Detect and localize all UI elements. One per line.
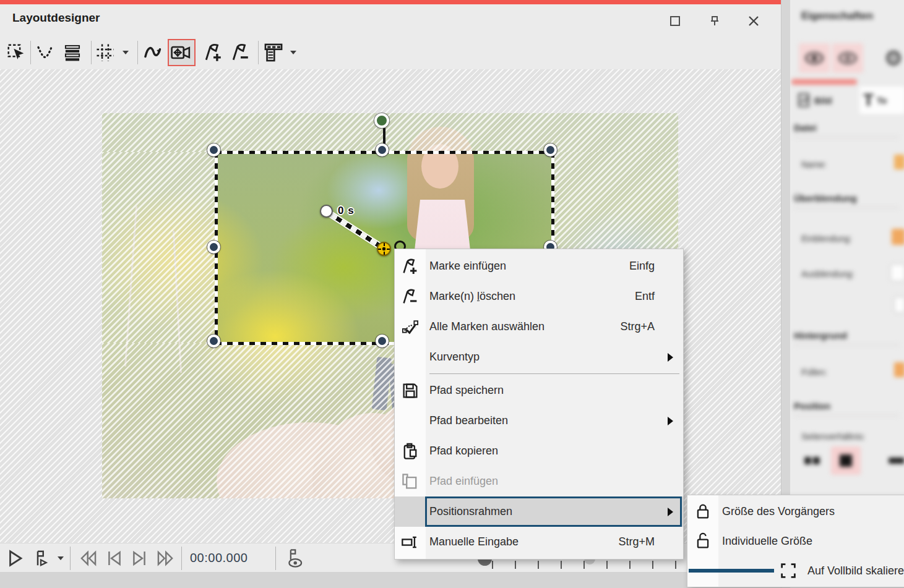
- playbar-separator: [181, 547, 182, 570]
- submenu-item-groesse-des-vorgaengers[interactable]: Größe des Vorgängers: [687, 496, 904, 526]
- layers-button[interactable]: [60, 40, 85, 66]
- submenu-arrow-icon: [668, 417, 673, 425]
- select-tool-icon: [6, 43, 26, 62]
- keyframe-table-icon: [263, 42, 284, 63]
- fast-forward-button[interactable]: [153, 547, 177, 569]
- active-tab-indicator: [791, 79, 857, 85]
- page-title: Layoutdesigner: [12, 11, 100, 25]
- section-hintergrund: Hintergrund: [794, 330, 899, 346]
- aspect-two-rects-icon: [803, 454, 822, 467]
- toolbar-separator: [137, 41, 138, 64]
- grid-dropdown[interactable]: [119, 40, 132, 66]
- menu-item-manuelle-eingabe[interactable]: Manuelle Eingabe Strg+M: [395, 527, 683, 557]
- close-icon: [747, 15, 760, 27]
- name-value-chip[interactable]: [894, 155, 904, 169]
- path-start-time-label: 0 s: [338, 205, 355, 217]
- image-file-icon: [798, 93, 811, 108]
- selection-handle-bottom-left[interactable]: [207, 334, 220, 347]
- aspect-crop-button[interactable]: [887, 446, 904, 475]
- curve-path-button[interactable]: [141, 40, 166, 66]
- submenu-item-individuelle-groesse[interactable]: Individuelle Größe: [687, 526, 904, 556]
- dotted-curve-button[interactable]: [33, 40, 58, 66]
- menu-item-marke-einfuegen[interactable]: Marke einfügen Einfg: [395, 251, 683, 281]
- pin-button[interactable]: [707, 13, 723, 29]
- rotation-handle[interactable]: [374, 113, 389, 128]
- keyframe-table-dropdown[interactable]: [286, 40, 300, 66]
- rewind-icon: [79, 549, 98, 568]
- maximize-icon: [669, 15, 681, 27]
- fast-forward-icon: [155, 549, 175, 568]
- camera-pan-icon: [170, 41, 192, 64]
- toolbar-separator: [258, 41, 259, 64]
- marker-visibility-button[interactable]: [282, 547, 307, 569]
- selection-handle-top-left[interactable]: [207, 143, 220, 156]
- submenu-highlight-frame: [689, 569, 774, 573]
- fuellen-chip[interactable]: [894, 362, 904, 377]
- marker-add-button[interactable]: [201, 40, 226, 66]
- grid-button[interactable]: [93, 40, 118, 66]
- pin-icon: [708, 15, 721, 27]
- path-start-point[interactable]: [320, 205, 333, 218]
- lock-open-icon: [687, 532, 718, 550]
- tab-bild[interactable]: Bild: [798, 87, 832, 114]
- prev-marker-icon: [105, 549, 124, 568]
- seitenverhaeltnis-label: Seitenverhältnis:: [801, 432, 866, 441]
- toolbar-separator: [91, 41, 92, 64]
- selection-handle-top-right[interactable]: [544, 143, 557, 156]
- playbar-separator: [70, 547, 71, 570]
- submenu-arrow-icon: [668, 508, 673, 516]
- keyframe-table-button[interactable]: [261, 40, 286, 66]
- section-position: Position: [794, 401, 899, 416]
- save-icon: [395, 381, 426, 400]
- menu-item-marken-loeschen[interactable]: Marke(n) löschen Entf: [395, 281, 683, 312]
- curve-path-icon: [143, 42, 164, 63]
- visibility-button[interactable]: [799, 43, 830, 73]
- menu-item-kurventyp[interactable]: Kurventyp: [395, 342, 683, 372]
- selection-handle-mid-left[interactable]: [207, 241, 220, 254]
- play-button[interactable]: [4, 547, 26, 569]
- extra-chip[interactable]: [894, 297, 904, 313]
- layers-icon: [62, 43, 82, 62]
- play-from-marker-button[interactable]: [30, 547, 52, 569]
- menu-item-pfad-bearbeiten[interactable]: Pfad bearbeiten: [395, 406, 683, 436]
- select-tool-button[interactable]: [4, 40, 28, 66]
- submenu-item-auf-vollbild-skalieren[interactable]: Auf Vollbild skalieren: [687, 556, 904, 586]
- menu-item-pfad-speichern[interactable]: Pfad speichern: [395, 375, 683, 406]
- aspect-wide-icon: [887, 454, 904, 467]
- camera-pan-button-active[interactable]: [168, 39, 196, 66]
- outside-frame-overlay: [102, 152, 216, 343]
- play-options-dropdown[interactable]: [54, 547, 67, 569]
- aspect-keep-button[interactable]: [798, 446, 827, 475]
- marker-remove-button[interactable]: [228, 40, 253, 66]
- gear-icon[interactable]: ⚙: [880, 43, 904, 73]
- ausblendung-label: Ausblendung:: [801, 269, 854, 279]
- marker-visibility-icon: [285, 548, 304, 568]
- next-marker-button[interactable]: [127, 547, 151, 569]
- aspect-fill-button-active[interactable]: [831, 446, 861, 475]
- marker-add-icon: [395, 257, 426, 276]
- selection-handle-top-center[interactable]: [376, 143, 389, 156]
- chevron-down-icon: [290, 51, 296, 54]
- aspect-filled-square-icon: [838, 453, 854, 469]
- selection-handle-bottom-center[interactable]: [376, 334, 389, 347]
- eye-icon: [804, 49, 825, 67]
- menu-item-alle-marken-auswaehlen[interactable]: Alle Marken auswählen Strg+A: [395, 312, 683, 342]
- play-icon: [6, 549, 24, 568]
- rewind-button[interactable]: [77, 547, 100, 569]
- einblendung-chip[interactable]: [892, 229, 904, 245]
- menu-item-positionsrahmen[interactable]: Positionsrahmen: [395, 496, 683, 527]
- prev-marker-button[interactable]: [103, 547, 126, 569]
- manual-input-icon: [395, 533, 426, 552]
- close-button[interactable]: [746, 13, 762, 29]
- fullscreen-icon: [773, 561, 804, 580]
- path-current-point[interactable]: [377, 242, 391, 256]
- visibility-alt-button[interactable]: [832, 43, 863, 73]
- tab-text[interactable]: T Te: [859, 87, 904, 114]
- next-marker-icon: [129, 549, 149, 568]
- ausblendung-chip[interactable]: [890, 264, 904, 281]
- menu-item-pfad-einfuegen[interactable]: Pfad einfügen: [395, 466, 683, 496]
- menu-item-pfad-kopieren[interactable]: Pfad kopieren: [395, 436, 683, 466]
- submenu-arrow-icon: [668, 353, 673, 362]
- title-bar[interactable]: Layoutdesigner: [0, 4, 781, 36]
- maximize-button[interactable]: [667, 13, 683, 29]
